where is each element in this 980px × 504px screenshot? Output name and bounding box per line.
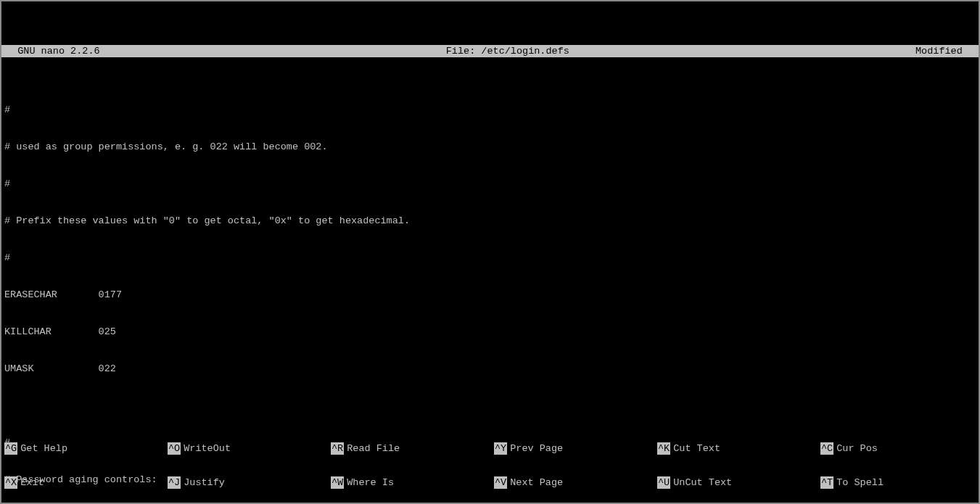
shortcut-label: Get Help [20, 442, 67, 455]
shortcut-label: Cur Pos [836, 442, 878, 455]
shortcut-justify[interactable]: ^JJustify [168, 476, 331, 489]
shortcut-tospell[interactable]: ^TTo Spell [820, 476, 980, 489]
modified-status: Modified [915, 45, 974, 57]
shortcut-prevpage[interactable]: ^YPrev Page [494, 442, 657, 455]
shortcut-bar: ^GGet Help ^OWriteOut ^RRead File ^YPrev… [1, 421, 979, 500]
key-label: ^K [657, 442, 670, 455]
app-name: GNU nano 2.2.6 [6, 45, 100, 57]
shortcut-label: Next Page [510, 476, 563, 489]
file-path: File: /etc/login.defs [100, 45, 915, 57]
shortcut-help[interactable]: ^GGet Help [4, 442, 168, 455]
shortcut-label: To Spell [836, 476, 884, 489]
key-label: ^T [820, 476, 833, 489]
shortcut-label: Cut Text [673, 442, 720, 455]
shortcut-curpos[interactable]: ^CCur Pos [820, 442, 980, 455]
shortcut-label: UnCut Text [673, 476, 732, 489]
key-label: ^C [820, 442, 833, 455]
shortcut-label: Read File [347, 442, 400, 455]
text-line: ERASECHAR 0177 [4, 289, 976, 301]
shortcut-label: Justify [184, 476, 225, 489]
title-bar: GNU nano 2.2.6 File: /etc/login.defs Mod… [1, 45, 979, 57]
key-label: ^J [168, 476, 181, 489]
shortcut-exit[interactable]: ^XExit [4, 476, 168, 489]
shortcut-label: Where Is [347, 476, 394, 489]
key-label: ^V [494, 476, 507, 489]
shortcut-label: Prev Page [510, 442, 563, 455]
key-label: ^Y [494, 442, 507, 455]
text-line: KILLCHAR 025 [4, 326, 976, 338]
shortcut-nextpage[interactable]: ^VNext Page [494, 476, 657, 489]
key-label: ^X [4, 476, 17, 489]
text-line: # [4, 104, 976, 116]
key-label: ^W [331, 476, 344, 489]
shortcut-row-2: ^XExit ^JJustify ^WWhere Is ^VNext Page … [4, 476, 976, 489]
text-line: # [4, 178, 976, 190]
shortcut-whereis[interactable]: ^WWhere Is [331, 476, 494, 489]
text-line [4, 400, 976, 412]
key-label: ^O [168, 442, 181, 455]
shortcut-label: WriteOut [184, 442, 231, 455]
key-label: ^R [331, 442, 344, 455]
shortcut-label: Exit [20, 476, 44, 489]
text-line: # Prefix these values with "0" to get oc… [4, 215, 976, 227]
shortcut-readfile[interactable]: ^RRead File [331, 442, 494, 455]
text-line: # used as group permissions, e. g. 022 w… [4, 141, 976, 153]
shortcut-row-1: ^GGet Help ^OWriteOut ^RRead File ^YPrev… [4, 442, 976, 455]
shortcut-cuttext[interactable]: ^KCut Text [657, 442, 820, 455]
text-line: # [4, 252, 976, 264]
text-line: UMASK 022 [4, 363, 976, 375]
key-label: ^G [4, 442, 17, 455]
key-label: ^U [657, 476, 670, 489]
shortcut-uncuttext[interactable]: ^UUnCut Text [657, 476, 820, 489]
shortcut-writeout[interactable]: ^OWriteOut [168, 442, 331, 455]
